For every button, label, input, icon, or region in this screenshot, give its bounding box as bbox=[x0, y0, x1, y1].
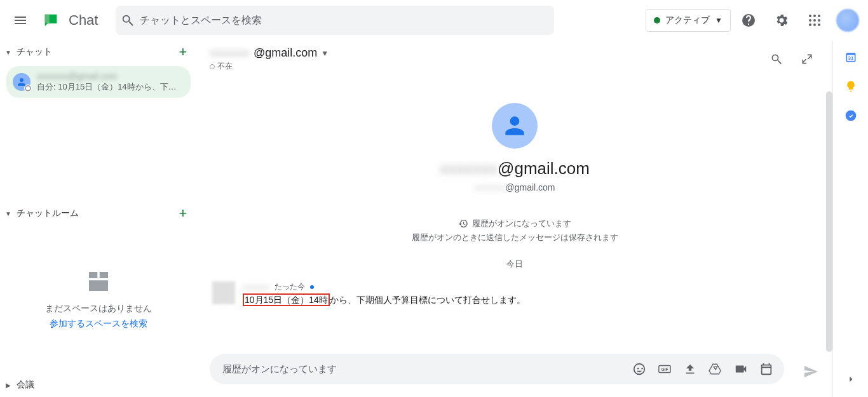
message-sender: xxxxxx たった今 bbox=[243, 281, 526, 292]
sidebar-meetings-label: 会議 bbox=[17, 379, 191, 391]
caret-right-icon: ▶ bbox=[5, 382, 11, 389]
conversation-body: xxxxxxx@gmail.com xxxxxxx@gmail.com 履歴がオ… bbox=[197, 77, 832, 346]
svg-point-14 bbox=[845, 111, 856, 121]
conversation-presence: 不在 bbox=[210, 61, 329, 72]
message-row: xxxxxx たった今 10月15日（金）14時から、下期個人予算目標について打… bbox=[210, 281, 820, 306]
svg-point-2 bbox=[818, 15, 820, 17]
scrollbar[interactable] bbox=[826, 91, 832, 352]
avatar-icon bbox=[13, 73, 31, 91]
side-panel-collapse-icon[interactable] bbox=[841, 369, 861, 389]
account-avatar[interactable] bbox=[832, 5, 863, 36]
sidebar-rooms-header[interactable]: ▼ チャットルーム + bbox=[0, 202, 197, 225]
search-bar[interactable] bbox=[116, 6, 554, 35]
apps-grid-icon[interactable] bbox=[799, 5, 830, 36]
composer-placeholder: 履歴がオンになっています bbox=[222, 363, 625, 375]
contact-avatar-large bbox=[492, 103, 538, 149]
svg-point-0 bbox=[809, 15, 811, 17]
chat-list-item[interactable]: xxxxxxx@gmail.com 自分: 10月15日（金）14時から、下… bbox=[6, 66, 191, 98]
chat-item-preview: 自分: 10月15日（金）14時から、下… bbox=[37, 81, 184, 93]
svg-point-4 bbox=[813, 19, 816, 22]
history-description: 履歴がオンのときに送信したメッセージは保存されます bbox=[412, 232, 618, 243]
caret-down-icon: ▼ bbox=[5, 210, 11, 217]
status-pill[interactable]: アクティブ ▼ bbox=[646, 9, 731, 32]
app-header: Chat アクティブ ▼ bbox=[0, 0, 868, 41]
calendar-icon[interactable] bbox=[755, 358, 778, 380]
message-highlight: 10月15日（金）14時 bbox=[243, 293, 330, 306]
message-avatar bbox=[212, 281, 235, 304]
sidebar-rooms-label: チャットルーム bbox=[17, 208, 175, 219]
conversation-pane: xxxxxxx@gmail.com ▼ 不在 xxxxxxx@gmail.com… bbox=[197, 41, 832, 397]
send-icon[interactable] bbox=[799, 360, 822, 383]
history-icon bbox=[458, 219, 468, 229]
contact-email: xxxxxxx@gmail.com bbox=[474, 182, 555, 192]
new-chat-icon[interactable]: + bbox=[175, 44, 191, 60]
video-call-icon[interactable] bbox=[729, 358, 752, 380]
keep-app-icon[interactable] bbox=[844, 80, 857, 95]
main-menu-icon[interactable] bbox=[5, 5, 36, 36]
svg-point-1 bbox=[813, 15, 816, 17]
rooms-empty-state: まだスペースはありません 参加するスペースを検索 bbox=[0, 225, 197, 373]
message-text: 10月15日（金）14時から、下期個人予算目標について打合せします。 bbox=[243, 295, 526, 306]
chat-logo-icon bbox=[38, 8, 64, 33]
rooms-empty-text: まだスペースはありません bbox=[45, 303, 152, 314]
conversation-title[interactable]: xxxxxxx@gmail.com ▼ bbox=[210, 46, 329, 60]
collapse-icon[interactable] bbox=[794, 46, 820, 72]
message-composer[interactable]: 履歴がオンになっています GIF bbox=[210, 354, 784, 384]
history-status-row: 履歴がオンになっています bbox=[458, 218, 571, 229]
side-panel-rail: 31 bbox=[832, 41, 868, 397]
presence-dot-icon bbox=[654, 17, 660, 24]
svg-text:GIF: GIF bbox=[661, 367, 668, 372]
caret-down-icon: ▼ bbox=[5, 49, 11, 56]
chevron-down-icon: ▼ bbox=[715, 16, 722, 25]
spaces-empty-icon bbox=[86, 269, 111, 294]
new-message-dot-icon bbox=[310, 285, 314, 289]
svg-text:31: 31 bbox=[848, 55, 853, 61]
search-in-conversation-icon[interactable] bbox=[764, 46, 789, 72]
drive-icon[interactable] bbox=[704, 358, 727, 380]
date-divider: 今日 bbox=[506, 259, 523, 270]
sidebar-meetings-header[interactable]: ▶ 会議 bbox=[0, 375, 197, 394]
settings-icon[interactable] bbox=[766, 5, 797, 36]
svg-point-3 bbox=[809, 19, 811, 22]
tasks-app-icon[interactable] bbox=[844, 109, 857, 124]
sidebar-chats-header[interactable]: ▼ チャット + bbox=[0, 41, 197, 64]
conversation-header: xxxxxxx@gmail.com ▼ 不在 bbox=[197, 41, 832, 77]
status-label: アクティブ bbox=[665, 15, 710, 26]
search-input[interactable] bbox=[140, 15, 549, 26]
upload-icon[interactable] bbox=[679, 358, 702, 380]
calendar-app-icon[interactable]: 31 bbox=[844, 51, 857, 66]
help-icon[interactable] bbox=[733, 5, 764, 36]
chevron-down-icon[interactable]: ▼ bbox=[321, 49, 329, 58]
presence-away-icon bbox=[24, 84, 32, 92]
emoji-icon[interactable] bbox=[628, 358, 651, 380]
sidebar: ▼ チャット + xxxxxxx@gmail.com 自分: 10月15日（金）… bbox=[0, 41, 197, 397]
contact-display-name: xxxxxxx@gmail.com bbox=[440, 159, 590, 178]
svg-point-5 bbox=[818, 19, 820, 22]
message-time: たった今 bbox=[275, 281, 305, 292]
chat-item-name: xxxxxxx@gmail.com bbox=[37, 71, 184, 81]
svg-point-8 bbox=[818, 24, 820, 26]
svg-point-7 bbox=[813, 24, 816, 26]
presence-away-icon bbox=[210, 64, 215, 69]
sidebar-chats-label: チャット bbox=[17, 46, 175, 58]
new-room-icon[interactable]: + bbox=[175, 206, 191, 221]
rooms-search-link[interactable]: 参加するスペースを検索 bbox=[50, 318, 147, 330]
app-title: Chat bbox=[69, 12, 98, 29]
search-icon bbox=[121, 13, 135, 27]
gif-icon[interactable]: GIF bbox=[653, 358, 676, 380]
svg-point-6 bbox=[809, 24, 811, 26]
